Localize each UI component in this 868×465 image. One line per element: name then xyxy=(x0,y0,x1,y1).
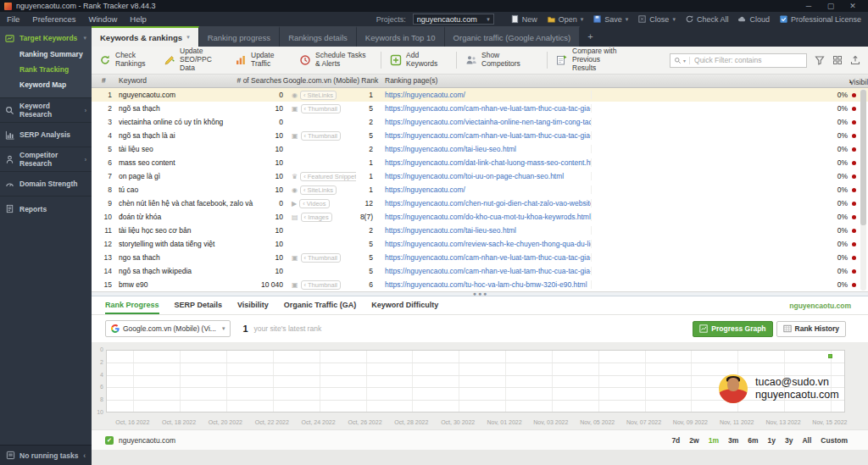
progress-graph-button[interactable]: Progress Graph xyxy=(693,321,772,337)
ranking-page-link[interactable]: https://nguyencaotu.com/tai-lieu-seo.htm… xyxy=(380,226,592,235)
menu-preferences[interactable]: Preferences xyxy=(32,14,75,24)
search-icon[interactable]: ▾ xyxy=(670,57,690,64)
ranking-page-link[interactable]: https://nguyencaotu.com/cam-nhan-ve-luat… xyxy=(380,267,592,275)
range-1y[interactable]: 1y xyxy=(768,436,776,445)
add-keywords-button[interactable]: Add Keywords xyxy=(390,52,443,69)
col-pages[interactable]: Ranking page(s) xyxy=(385,76,437,85)
bottom-tab-rank-progress[interactable]: Rank Progress xyxy=(105,296,159,314)
tab-ranking-progress[interactable]: Ranking progress xyxy=(199,26,280,47)
columns-icon[interactable] xyxy=(832,55,843,65)
legend-checkbox[interactable]: ✔ xyxy=(105,436,114,445)
table-row[interactable]: 14ngô sa thạch wikipedia105https://nguye… xyxy=(92,264,868,278)
collapse-sidebar-icon[interactable]: ‹ xyxy=(83,451,86,460)
show-competitors-button[interactable]: Show Competitors xyxy=(465,52,534,69)
table-row[interactable]: 15bmw e9010 040▣‹ Thumbnail6https://nguy… xyxy=(92,278,868,291)
range-2w[interactable]: 2w xyxy=(689,436,698,445)
table-row[interactable]: 6mass seo content101https://nguyencaotu.… xyxy=(92,156,868,169)
range-custom[interactable]: Custom xyxy=(821,436,848,445)
table-row[interactable]: 2ngõ sa thạch10▣‹ Thumbnail5https://nguy… xyxy=(92,102,868,115)
ranking-page-link[interactable]: https://nguyencaotu.com/viectainha-onlin… xyxy=(380,118,592,126)
project-dropdown[interactable]: nguyencaotu.com▾ xyxy=(413,14,494,25)
bottom-tab-keyword-difficulty[interactable]: Keyword Difficulty xyxy=(371,296,438,314)
ranking-page-link[interactable]: https://nguyencaotu.com/chen-nut-goi-die… xyxy=(380,199,592,208)
menu-window[interactable]: Window xyxy=(89,14,118,24)
export-icon[interactable] xyxy=(850,55,860,65)
table-row[interactable]: 10đoán từ khóa10▤‹ Images8(7)https://ngu… xyxy=(92,210,868,224)
menu-action-close[interactable]: Close▾ xyxy=(637,14,676,24)
col-rank[interactable]: Google.com.vn (Mobile) Rank xyxy=(280,76,381,85)
menu-action-professional-license[interactable]: Professional License xyxy=(779,14,861,24)
table-scrollbar[interactable] xyxy=(860,89,866,291)
menu-action-cloud[interactable]: Cloud xyxy=(737,14,770,24)
sidebar-item-serp-analysis[interactable]: SERP Analysis xyxy=(0,123,92,147)
menu-action-check-all[interactable]: Check All xyxy=(685,14,729,24)
table-row[interactable]: 3viectainha online có uy tín không02http… xyxy=(92,115,868,129)
add-tab-button[interactable]: + xyxy=(580,26,600,47)
sidebar-item-target-keywords[interactable]: Target Keywords ▾ xyxy=(0,30,92,47)
update-seo-ppc-button[interactable]: Update SEO/PPC Data xyxy=(164,47,224,72)
menu-action-open[interactable]: Open▾ xyxy=(547,14,584,24)
range-6m[interactable]: 6m xyxy=(748,436,758,445)
range-1m[interactable]: 1m xyxy=(709,436,719,445)
ranking-page-link[interactable]: https://nguyencaotu.com/do-kho-cua-mot-t… xyxy=(380,213,592,221)
chart-data-point[interactable] xyxy=(828,354,832,358)
ranking-page-link[interactable]: https://nguyencaotu.com/ xyxy=(380,185,592,194)
filter-funnel-icon[interactable] xyxy=(815,55,825,65)
ranking-page-link[interactable]: https://nguyencaotu.com/toi-uu-on-page-c… xyxy=(380,172,592,180)
sidebar-item-competitor-research[interactable]: Competitor Research› xyxy=(0,147,92,172)
menu-action-new[interactable]: New xyxy=(510,14,537,24)
table-row[interactable]: 12storytelling with data tiếng việt105ht… xyxy=(92,237,868,251)
ranking-page-link[interactable]: https://nguyencaotu.com/ xyxy=(380,91,592,99)
menu-file[interactable]: File xyxy=(7,14,19,24)
rank-history-button[interactable]: Rank History xyxy=(776,321,846,337)
table-row[interactable]: 1nguyencaotu.com0◉‹ SiteLinks1https://ng… xyxy=(92,88,868,102)
bottom-tab-visibility[interactable]: Visibility xyxy=(237,296,269,314)
ranking-page-link[interactable]: https://nguyencaotu.com/cam-nhan-ve-luat… xyxy=(380,131,592,140)
sidebar-item-domain-strength[interactable]: Domain Strength xyxy=(0,172,92,197)
menu-help[interactable]: Help xyxy=(130,14,147,24)
update-traffic-button[interactable]: Update Traffic xyxy=(235,52,288,69)
ranking-page-link[interactable]: https://nguyencaotu.com/dat-link-chat-lu… xyxy=(380,158,592,167)
table-row[interactable]: 11tài liệu học seo cơ bản102https://nguy… xyxy=(92,224,868,237)
scrollbar-thumb[interactable] xyxy=(860,90,866,225)
check-rankings-button[interactable]: Check Rankings xyxy=(99,52,153,69)
sidebar-item-keyword-map[interactable]: Keyword Map xyxy=(0,77,92,92)
tab-keywords-in-top-10[interactable]: Keywords in Top 10 xyxy=(357,26,445,47)
table-row[interactable]: 7on page là gì10♛‹ Featured Snippet1http… xyxy=(92,169,868,183)
table-row[interactable]: 5tài liệu seo102https://nguyencaotu.com/… xyxy=(92,142,868,156)
tab-keywords-rankings[interactable]: Keywords & rankings▾ xyxy=(92,26,199,47)
search-engine-dropdown[interactable]: Google.com.vn (Mobile) (Vi... ▾ xyxy=(105,320,231,337)
ranking-page-link[interactable]: https://nguyencaotu.com/tai-lieu-seo.htm… xyxy=(380,145,592,153)
menu-action-save[interactable]: Save▾ xyxy=(593,14,628,24)
tab-rankings-details[interactable]: Rankings details xyxy=(280,26,357,47)
ranking-page-link[interactable]: https://nguyencaotu.com/cam-nhan-ve-luat… xyxy=(380,104,592,113)
quick-filter-input[interactable] xyxy=(690,56,806,64)
col-keyword[interactable]: Keyword xyxy=(119,76,147,85)
sidebar-item-keyword-research[interactable]: Keyword Research› xyxy=(0,98,92,123)
bottom-tab-organic-traffic-ga-[interactable]: Organic Traffic (GA) xyxy=(284,296,357,314)
range-all[interactable]: All xyxy=(802,436,811,445)
sidebar-item-rank-tracking[interactable]: Rank Tracking xyxy=(0,62,92,77)
ranking-page-link[interactable]: https://nguyencaotu.com/cam-nhan-ve-luat… xyxy=(380,253,592,262)
sidebar-item-reports[interactable]: Reports xyxy=(0,197,92,221)
ranking-page-link[interactable]: https://nguyencaotu.com/tu-hoc-va-lam-ch… xyxy=(380,280,592,289)
table-row[interactable]: 9chèn nút liên hệ và chat facebook, zalo… xyxy=(92,197,868,210)
table-row[interactable]: 13ngo sa thach10▣‹ Thumbnail5https://ngu… xyxy=(92,251,868,264)
tab-organic-traffic-google-analytics-[interactable]: Organic traffic (Google Analytics) xyxy=(445,26,581,47)
keyword-cell: on page là gì xyxy=(119,172,254,180)
table-row[interactable]: 8tú cao10◉‹ SiteLinks1https://nguyencaot… xyxy=(92,183,868,197)
sidebar-item-ranking-summary[interactable]: Ranking Summary xyxy=(0,47,92,62)
bottom-tab-serp-details[interactable]: SERP Details xyxy=(175,296,222,314)
col-num[interactable]: # xyxy=(102,76,106,85)
col-searches[interactable]: # of Searches xyxy=(210,76,281,85)
close-button[interactable]: ✕ xyxy=(842,2,864,10)
range-3m[interactable]: 3m xyxy=(728,436,738,445)
schedule-tasks-button[interactable]: Schedule Tasks & Alerts xyxy=(299,52,368,69)
maximize-button[interactable]: ▢ xyxy=(820,2,842,10)
range-3y[interactable]: 3y xyxy=(785,436,793,445)
ranking-page-link[interactable]: https://nguyencaotu.com/review-sach-ke-c… xyxy=(380,240,592,248)
range-7d[interactable]: 7d xyxy=(671,436,680,445)
table-row[interactable]: 4ngõ sa thạch là ai10▣‹ Thumbnail5https:… xyxy=(92,129,868,142)
minimize-button[interactable]: ─ xyxy=(798,2,820,10)
compare-results-button[interactable]: Compare with Previous Results xyxy=(556,47,625,72)
